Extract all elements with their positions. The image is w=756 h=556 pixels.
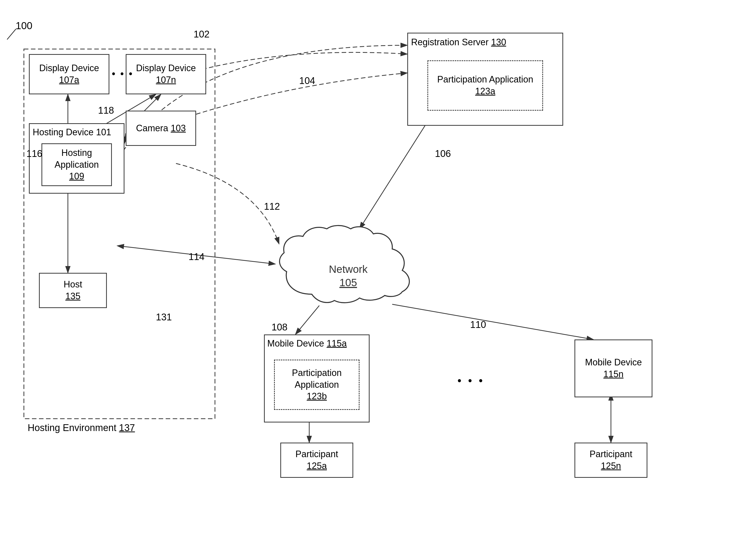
label-104: 104 <box>299 75 315 86</box>
participant-a-label: Participant125a <box>295 448 338 472</box>
reg-server-label: Registration Server 130 <box>411 36 506 48</box>
display-device-a: Display Device107a <box>29 54 109 94</box>
label-106: 106 <box>435 148 451 159</box>
camera-label: Camera 103 <box>136 123 186 134</box>
hosting-application-id: 109 <box>69 171 84 182</box>
fig-number: 100 <box>15 20 32 31</box>
camera: Camera 103 <box>126 111 196 146</box>
participation-app-b: Participation Application123b <box>274 359 360 410</box>
dots-display: • • • <box>112 68 134 79</box>
dots-mobile: • • • <box>458 375 484 387</box>
diagram: 100 Display Device107a Display Device107… <box>0 0 756 556</box>
label-131: 131 <box>156 312 172 323</box>
display-device-a-label: Display Device107a <box>39 62 99 86</box>
participant-a: Participant125a <box>280 443 353 478</box>
mobile-device-a: Mobile Device 115a Participation Applica… <box>264 335 369 422</box>
hosting-application-label: Hosting Application <box>45 147 109 171</box>
display-device-n: Display Device107n <box>126 54 206 94</box>
label-102: 102 <box>193 29 209 40</box>
hosting-device-label: Hosting Device 101 <box>33 127 111 138</box>
svg-line-15 <box>392 304 593 340</box>
svg-rect-7 <box>24 49 215 419</box>
svg-line-14 <box>295 306 319 335</box>
mobile-device-n: Mobile Device115n <box>574 340 652 397</box>
registration-server: Registration Server 130 Participation Ap… <box>407 33 563 126</box>
label-108: 108 <box>272 322 287 333</box>
host-label: Host135 <box>64 279 82 302</box>
participant-n: Participant125n <box>574 443 647 478</box>
label-118: 118 <box>98 105 114 116</box>
label-110: 110 <box>470 319 486 330</box>
hosting-env-label: Hosting Environment 137 <box>28 422 135 433</box>
label-114: 114 <box>188 251 205 262</box>
hosting-application: Hosting Application 109 <box>41 143 112 186</box>
svg-text:Network: Network <box>329 263 368 275</box>
display-device-n-label: Display Device107n <box>136 62 196 86</box>
mobile-device-a-label: Mobile Device 115a <box>267 338 347 350</box>
network-cloud: Network 105 <box>274 224 422 309</box>
label-112: 112 <box>264 201 280 212</box>
host: Host135 <box>39 273 107 308</box>
mobile-device-n-label: Mobile Device115n <box>585 356 642 380</box>
hosting-device: Hosting Device 101 Hosting Application 1… <box>29 123 124 194</box>
svg-text:105: 105 <box>339 277 357 288</box>
label-116: 116 <box>26 148 42 159</box>
participation-app-a: Participation Application123a <box>427 60 543 111</box>
participant-n-label: Participant125n <box>589 448 632 472</box>
participation-app-a-label: Participation Application123a <box>437 74 533 97</box>
participation-app-b-label: Participation Application123b <box>277 367 356 402</box>
